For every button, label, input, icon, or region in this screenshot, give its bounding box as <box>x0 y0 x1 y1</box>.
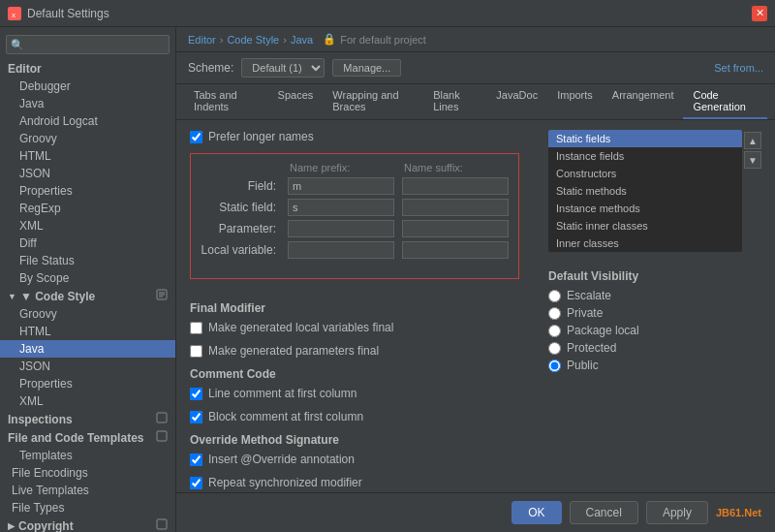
field-suffix-input[interactable] <box>402 177 509 195</box>
sidebar-item-code-style[interactable]: ▼ ▼ Code Style <box>0 287 175 305</box>
parameter-prefix-input[interactable] <box>288 220 394 237</box>
block-comment-checkbox[interactable] <box>190 411 202 423</box>
tab-arrangement[interactable]: Arrangement <box>603 84 684 119</box>
search-input[interactable] <box>6 35 170 54</box>
tab-code-generation[interactable]: Code Generation <box>683 84 767 119</box>
sidebar-item-live-templates[interactable]: Live Templates <box>0 482 175 499</box>
sidebar-item-xml-style[interactable]: XML <box>0 392 175 410</box>
breadcrumb-java[interactable]: Java <box>291 34 313 46</box>
arrow-down-button[interactable]: ▼ <box>744 151 761 169</box>
list-item-instance-fields[interactable]: Instance fields <box>548 147 742 165</box>
set-from-link[interactable]: Set from... <box>714 62 763 74</box>
sidebar-item-properties-editor[interactable]: Properties <box>0 182 175 200</box>
block-comment-label[interactable]: Block comment at first column <box>208 410 363 423</box>
sidebar-item-file-types[interactable]: File Types <box>0 499 175 516</box>
list-item-constructors[interactable]: Constructors <box>548 165 742 182</box>
tab-tabs-indents[interactable]: Tabs and Indents <box>184 84 268 119</box>
private-radio[interactable] <box>548 307 561 320</box>
close-button[interactable]: ✕ <box>752 6 767 21</box>
sidebar-item-groovy-style[interactable]: Groovy <box>0 305 175 323</box>
sidebar-item-templates[interactable]: Templates <box>0 447 175 464</box>
sidebar-item-file-and-code-templates[interactable]: File and Code Templates <box>0 428 175 447</box>
tab-spaces[interactable]: Spaces <box>268 84 324 119</box>
sidebar-item-xml-editor[interactable]: XML <box>0 217 175 235</box>
repeat-synchronized-checkbox[interactable] <box>190 477 202 489</box>
sidebar-item-json-editor[interactable]: JSON <box>0 165 175 182</box>
tab-wrapping[interactable]: Wrapping and Braces <box>323 84 423 119</box>
arrow-up-button[interactable]: ▲ <box>744 132 761 149</box>
list-item-inner-classes[interactable]: Inner classes <box>548 235 742 252</box>
sidebar-item-copyright[interactable]: ▶ Copyright <box>0 516 175 532</box>
field-prefix-cell <box>284 175 398 197</box>
local-variable-suffix-input[interactable] <box>402 241 509 259</box>
insert-override-label[interactable]: Insert @Override annotation <box>208 453 355 466</box>
sidebar-item-groovy-editor[interactable]: Groovy <box>0 130 175 147</box>
local-variable-prefix-input[interactable] <box>288 241 394 259</box>
tab-blank-lines[interactable]: Blank Lines <box>423 84 486 119</box>
make-locals-final-checkbox[interactable] <box>190 322 202 334</box>
content-area: Editor › Code Style › Java 🔒 For default… <box>176 27 775 532</box>
make-params-final-checkbox[interactable] <box>190 345 202 358</box>
escalate-label[interactable]: Escalate <box>567 289 611 302</box>
sidebar-item-file-status[interactable]: File Status <box>0 252 175 269</box>
list-item-static-methods[interactable]: Static methods <box>548 182 742 200</box>
parameter-suffix-input[interactable] <box>402 220 509 237</box>
sidebar-item-regexp[interactable]: RegExp <box>0 200 175 217</box>
sidebar-item-android-logcat[interactable]: Android Logcat <box>0 112 175 130</box>
sidebar-item-by-scope[interactable]: By Scope <box>0 269 175 287</box>
ok-button[interactable]: OK <box>512 501 561 524</box>
insert-override-checkbox[interactable] <box>190 454 202 466</box>
sidebar-item-editor[interactable]: Editor <box>0 60 175 78</box>
package-local-row: Package local <box>548 324 761 337</box>
escalate-radio[interactable] <box>548 290 561 302</box>
sidebar-item-java-editor[interactable]: Java <box>0 95 175 112</box>
override-method-title: Override Method Signature <box>190 433 537 447</box>
static-field-prefix-input[interactable] <box>288 199 394 216</box>
prefer-longer-names-label[interactable]: Prefer longer names <box>208 130 314 143</box>
make-params-final-label[interactable]: Make generated parameters final <box>208 344 379 358</box>
static-field-suffix-input[interactable] <box>402 199 509 216</box>
list-item-instance-methods[interactable]: Instance methods <box>548 200 742 217</box>
sidebar-item-html-style[interactable]: HTML <box>0 323 175 340</box>
table-row: Static field: <box>197 197 512 218</box>
list-item-static-fields[interactable]: Static fields <box>548 130 742 147</box>
search-icon: 🔍 <box>11 39 24 51</box>
parameter-suffix-cell <box>398 218 512 239</box>
sidebar-item-debugger[interactable]: Debugger <box>0 78 175 95</box>
tab-imports[interactable]: Imports <box>547 84 603 119</box>
repeat-synchronized-label[interactable]: Repeat synchronized modifier <box>208 476 362 489</box>
package-local-radio[interactable] <box>548 325 561 337</box>
field-prefix-input[interactable] <box>288 177 394 195</box>
package-local-label[interactable]: Package local <box>567 324 639 337</box>
apply-button[interactable]: Apply <box>646 501 708 524</box>
manage-button[interactable]: Manage... <box>332 59 401 77</box>
search-box[interactable]: 🔍 <box>6 35 170 54</box>
name-prefix-suffix-panel: Name prefix: Name suffix: Field: <box>190 153 519 279</box>
private-label[interactable]: Private <box>567 306 603 320</box>
field-suffix-cell <box>398 175 512 197</box>
breadcrumb-editor[interactable]: Editor <box>188 34 216 46</box>
protected-label[interactable]: Protected <box>567 341 616 355</box>
tab-javadoc[interactable]: JavaDoc <box>486 84 547 119</box>
sidebar-item-properties-style[interactable]: Properties <box>0 375 175 392</box>
sidebar-item-json-style[interactable]: JSON <box>0 358 175 375</box>
scheme-select[interactable]: Default (1) <box>241 58 325 78</box>
static-field-label: Static field: <box>197 197 284 218</box>
sidebar-item-diff[interactable]: Diff <box>0 235 175 252</box>
public-label[interactable]: Public <box>567 359 599 372</box>
public-radio[interactable] <box>548 360 561 372</box>
local-variable-label: Local variable: <box>197 239 284 261</box>
make-locals-final-label[interactable]: Make generated local variables final <box>208 321 393 334</box>
breadcrumb-code-style[interactable]: Code Style <box>227 34 279 46</box>
list-item-static-inner-classes[interactable]: Static inner classes <box>548 217 742 235</box>
line-comment-label[interactable]: Line comment at first column <box>208 387 356 400</box>
sidebar-item-java-style[interactable]: Java <box>0 340 175 358</box>
sidebar-item-html-editor[interactable]: HTML <box>0 147 175 165</box>
line-comment-checkbox[interactable] <box>190 388 202 400</box>
sidebar-item-inspections[interactable]: Inspections <box>0 410 175 428</box>
local-variable-suffix-cell <box>398 239 512 261</box>
protected-radio[interactable] <box>548 342 561 355</box>
cancel-button[interactable]: Cancel <box>570 501 638 524</box>
prefer-longer-names-checkbox[interactable] <box>190 131 202 143</box>
sidebar-item-file-encodings[interactable]: File Encodings <box>0 464 175 482</box>
